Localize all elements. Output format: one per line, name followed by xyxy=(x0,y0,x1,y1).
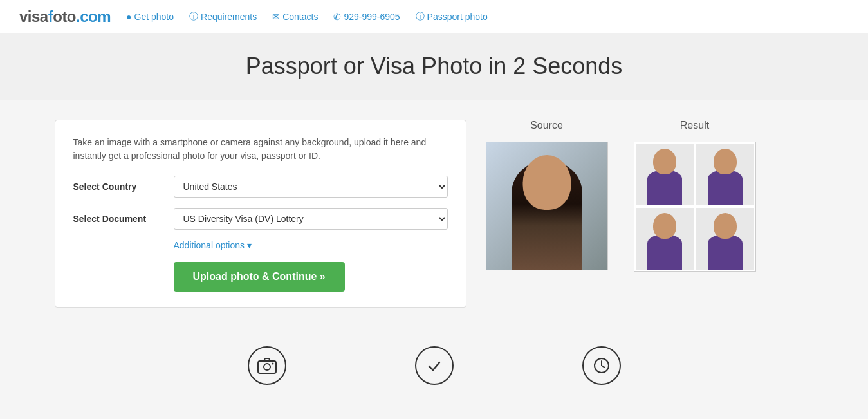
camera-icon xyxy=(248,346,286,385)
nav-contacts[interactable]: ✉ Contacts xyxy=(272,12,318,22)
result-cell-4 xyxy=(696,208,754,270)
info-icon-passport: ⓘ xyxy=(416,11,425,23)
svg-point-2 xyxy=(272,363,273,365)
logo[interactable]: visafoto.com xyxy=(19,8,111,26)
info-icon-requirements: ⓘ xyxy=(189,11,198,23)
nav-passport-photo-label: Passport photo xyxy=(427,12,488,22)
camera-icon-item xyxy=(248,346,286,385)
country-row: Select Country United States Canada Unit… xyxy=(73,176,448,198)
hero-title: Passport or Visa Photo in 2 Seconds xyxy=(13,53,855,80)
document-row: Select Document US Diversity Visa (DV) L… xyxy=(73,208,448,230)
result-grid xyxy=(634,142,756,272)
nav-requirements[interactable]: ⓘ Requirements xyxy=(189,11,257,23)
result-cell-1 xyxy=(636,144,694,205)
bottom-icons-section xyxy=(0,327,868,398)
preview-section: Source Result xyxy=(486,120,814,308)
logo-oto-text: oto xyxy=(53,8,76,25)
logo-dot-com-text: .com xyxy=(76,8,111,25)
phone-icon: ✆ xyxy=(333,12,341,22)
check-icon-item xyxy=(415,346,454,385)
source-column: Source xyxy=(486,120,608,270)
additional-options-link[interactable]: Additional options ▾ xyxy=(174,240,448,250)
clock-icon xyxy=(582,346,621,385)
document-label: Select Document xyxy=(73,214,163,224)
nav-get-photo[interactable]: ● Get photo xyxy=(126,12,174,22)
svg-line-5 xyxy=(602,366,605,368)
main-content: Take an image with a smartphone or camer… xyxy=(16,100,853,327)
user-icon: ● xyxy=(126,12,131,22)
result-label: Result xyxy=(680,120,709,131)
country-label: Select Country xyxy=(73,182,163,192)
upload-button[interactable]: Upload photo & Continue » xyxy=(174,262,345,292)
chevron-down-icon: ▾ xyxy=(247,240,252,250)
svg-point-1 xyxy=(264,364,270,370)
check-icon xyxy=(415,346,454,385)
form-card: Take an image with a smartphone or camer… xyxy=(55,120,466,308)
result-cell-2 xyxy=(696,144,754,205)
clock-icon-item xyxy=(582,346,621,385)
country-select[interactable]: United States Canada United Kingdom Aust… xyxy=(174,176,448,198)
nav-phone[interactable]: ✆ 929-999-6905 xyxy=(333,12,400,22)
nav-phone-label: 929-999-6905 xyxy=(344,12,400,22)
additional-options-label: Additional options xyxy=(174,240,245,250)
source-label: Source xyxy=(530,120,563,131)
logo-visa-text: visa xyxy=(19,8,48,25)
hero-section: Passport or Visa Photo in 2 Seconds xyxy=(0,33,868,100)
nav-passport-photo[interactable]: ⓘ Passport photo xyxy=(416,11,488,23)
result-column: Result xyxy=(634,120,756,272)
nav-get-photo-label: Get photo xyxy=(134,12,174,22)
nav-requirements-label: Requirements xyxy=(201,12,257,22)
nav-contacts-label: Contacts xyxy=(282,12,318,22)
header: visafoto.com ● Get photo ⓘ Requirements … xyxy=(0,0,868,33)
source-image xyxy=(486,142,608,270)
form-description: Take an image with a smartphone or camer… xyxy=(73,136,448,163)
result-cell-3 xyxy=(636,208,694,270)
envelope-icon: ✉ xyxy=(272,12,280,22)
document-select[interactable]: US Diversity Visa (DV) Lottery US Passpo… xyxy=(174,208,448,230)
